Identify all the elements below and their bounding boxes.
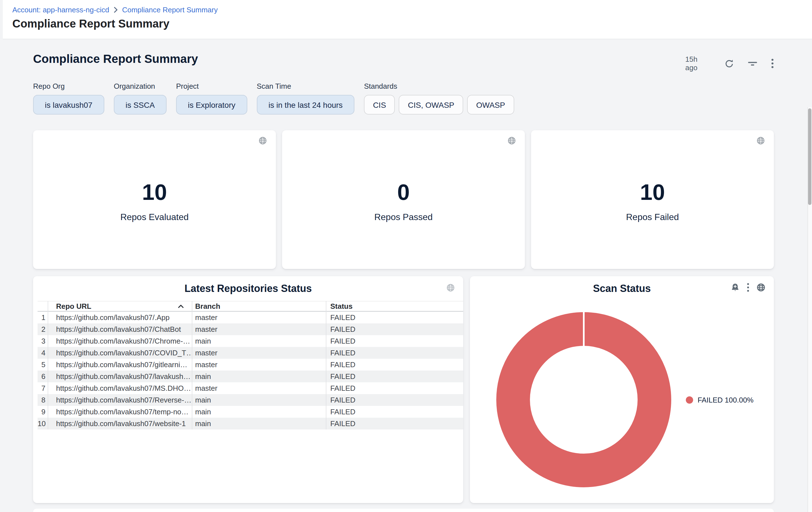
filter-project: Project is Exploratory xyxy=(176,82,247,114)
status-cell: FAILED xyxy=(326,349,463,357)
vertical-scrollbar-thumb[interactable] xyxy=(808,108,811,205)
filter-organization: Organization is SSCA xyxy=(114,82,167,114)
filter-chip-scan-time[interactable]: is in the last 24 hours xyxy=(257,95,355,114)
repo-url-cell: https://github.com/lavakush07/Chrome-… xyxy=(48,337,192,345)
row-number: 2 xyxy=(37,325,48,333)
scan-card-toolbar xyxy=(731,283,765,292)
row-number: 5 xyxy=(37,360,48,369)
repo-url-cell: https://github.com/lavakush07/temp-no… xyxy=(48,408,192,416)
repos-evaluated-label: Repos Evaluated xyxy=(33,212,276,222)
branch-cell: master xyxy=(192,349,326,357)
row-number: 6 xyxy=(37,372,48,381)
row-number: 8 xyxy=(37,396,48,404)
chart-legend: FAILED 100.00% xyxy=(686,392,753,408)
repo-url-cell: https://github.com/lavakush07/COVID_T… xyxy=(48,349,192,357)
alert-bell-plus-icon[interactable] xyxy=(731,283,740,292)
breadcrumb-current-link[interactable]: Compliance Report Summary xyxy=(122,6,218,14)
repo-url-cell: https://github.com/lavakush07/gitlearni… xyxy=(48,360,192,369)
repos-passed-value: 0 xyxy=(282,180,525,204)
breadcrumb-account-link[interactable]: Account: app-harness-ng-cicd xyxy=(12,6,109,14)
refresh-icon[interactable] xyxy=(725,59,734,68)
globe-icon[interactable] xyxy=(756,283,765,292)
status-cell: FAILED xyxy=(326,313,463,322)
globe-icon[interactable] xyxy=(508,136,516,147)
table-row: 3https://github.com/lavakush07/Chrome-…m… xyxy=(37,335,463,347)
table-row: 8https://github.com/lavakush07/Reverse-…… xyxy=(37,394,463,406)
column-divider xyxy=(48,301,48,429)
filter-icon[interactable] xyxy=(748,59,758,68)
status-cell: FAILED xyxy=(326,337,463,345)
tile-repos-evaluated: 10 Repos Evaluated xyxy=(33,130,276,269)
branch-cell: master xyxy=(192,313,326,322)
column-divider xyxy=(326,301,326,429)
repos-failed-value: 10 xyxy=(531,180,774,204)
row-number: 10 xyxy=(37,420,48,428)
standards-chip-cis-owasp[interactable]: CIS, OWASP xyxy=(399,95,463,114)
standards-chip-owasp[interactable]: OWASP xyxy=(467,95,514,114)
branch-cell: main xyxy=(192,337,326,345)
more-options-kebab-icon[interactable] xyxy=(747,283,749,292)
table-row: 7https://github.com/lavakush07/MS.DHO…ma… xyxy=(37,382,463,394)
status-cell: FAILED xyxy=(326,360,463,369)
filter-label: Organization xyxy=(114,82,167,90)
legend-failed-label: FAILED 100.00% xyxy=(698,396,753,404)
column-header-repo-url[interactable]: Repo URL xyxy=(48,302,192,311)
repos-evaluated-value: 10 xyxy=(33,180,276,204)
table-body: 1https://github.com/lavakush07/.Appmaste… xyxy=(37,312,463,429)
branch-cell: main xyxy=(192,372,326,381)
status-cell: FAILED xyxy=(326,408,463,416)
table-row: 6https://github.com/lavakush07/lavakush…… xyxy=(37,371,463,382)
chevron-right-icon xyxy=(114,7,117,13)
standards-chip-cis[interactable]: CIS xyxy=(364,95,395,114)
filter-label: Repo Org xyxy=(33,82,104,90)
table-row: 4https://github.com/lavakush07/COVID_T…m… xyxy=(37,347,463,359)
row-number: 1 xyxy=(37,313,48,322)
row-number: 3 xyxy=(37,337,48,345)
table-row: 9https://github.com/lavakush07/temp-no…m… xyxy=(37,406,463,418)
column-header-branch[interactable]: Branch xyxy=(192,302,326,311)
filter-chip-repo-org[interactable]: is lavakush07 xyxy=(33,95,104,114)
row-number: 4 xyxy=(37,349,48,357)
dashboard-title: Compliance Report Summary xyxy=(33,52,198,66)
filter-label: Project xyxy=(176,82,247,90)
repos-passed-label: Repos Passed xyxy=(282,212,525,222)
column-divider xyxy=(192,301,192,429)
repo-url-cell: https://github.com/lavakush07/.App xyxy=(48,313,192,322)
filter-standards: Standards CIS CIS, OWASP OWASP xyxy=(364,82,514,114)
branch-cell: master xyxy=(192,325,326,333)
repos-failed-label: Repos Failed xyxy=(531,212,774,222)
filter-scan-time: Scan Time is in the last 24 hours xyxy=(257,82,355,114)
table-row: 5https://github.com/lavakush07/gitlearni… xyxy=(37,359,463,371)
more-options-kebab-icon[interactable] xyxy=(771,58,774,69)
page-title: Compliance Report Summary xyxy=(12,18,169,30)
filter-chip-project[interactable]: is Exploratory xyxy=(176,95,247,114)
repo-url-cell: https://github.com/lavakush07/Reverse-… xyxy=(48,396,192,404)
sort-ascending-icon xyxy=(178,304,184,308)
globe-icon[interactable] xyxy=(756,136,765,147)
table-row: 10https://github.com/lavakush07/website-… xyxy=(37,418,463,429)
globe-icon[interactable] xyxy=(446,284,455,294)
scan-status-donut-chart xyxy=(496,312,671,487)
column-header-status[interactable]: Status xyxy=(326,302,463,311)
filter-bar: Repo Org is lavakush07 Organization is S… xyxy=(33,82,514,114)
legend-failed-dot xyxy=(686,396,693,403)
filter-repo-org: Repo Org is lavakush07 xyxy=(33,82,104,114)
status-cell: FAILED xyxy=(326,420,463,428)
left-edge-strip xyxy=(0,0,3,39)
tile-repos-passed: 0 Repos Passed xyxy=(282,130,525,269)
branch-cell: master xyxy=(192,384,326,393)
next-card-partial xyxy=(33,509,774,512)
status-cell: FAILED xyxy=(326,396,463,404)
scan-status-card: Scan Status xyxy=(470,276,774,503)
repo-url-cell: https://github.com/lavakush07/lavakush… xyxy=(48,372,192,381)
branch-cell: main xyxy=(192,408,326,416)
breadcrumb: Account: app-harness-ng-cicd Compliance … xyxy=(12,6,218,14)
repo-url-cell: https://github.com/lavakush07/website-1 xyxy=(48,420,192,428)
status-cell: FAILED xyxy=(326,372,463,381)
filter-chip-organization[interactable]: is SSCA xyxy=(114,95,167,114)
filter-label: Standards xyxy=(364,82,514,90)
branch-cell: main xyxy=(192,420,326,428)
repositories-table: Repo URL Branch Status 1https://github.c… xyxy=(37,301,463,429)
row-number: 7 xyxy=(37,384,48,393)
globe-icon[interactable] xyxy=(259,136,267,147)
